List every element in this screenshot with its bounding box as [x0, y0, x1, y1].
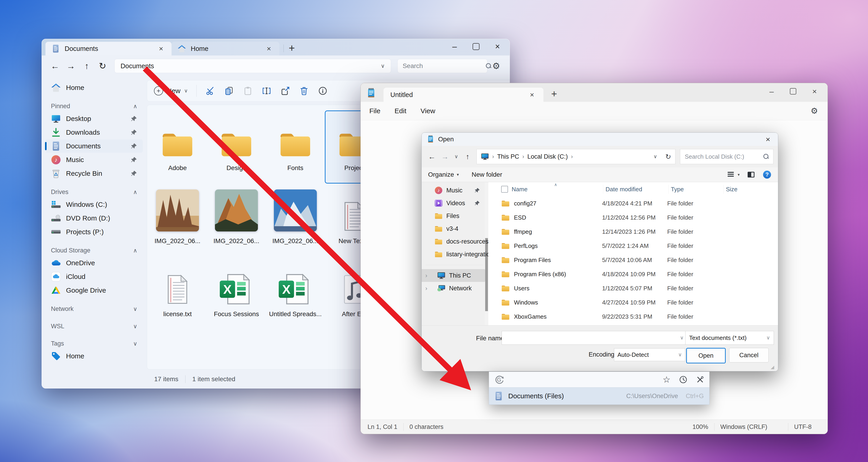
line-ending[interactable]: Windows (CRLF) — [714, 423, 788, 430]
sidebar-item[interactable]: › This PC — [422, 269, 485, 282]
breadcrumb[interactable]: › This PC › Local Disk (C:) › ∨ ↻ — [476, 149, 676, 164]
history-chevron-icon[interactable]: ∨ — [452, 154, 460, 160]
rename-button[interactable] — [261, 86, 272, 96]
new-button[interactable]: + New ∨ — [154, 86, 188, 95]
section-chevron-icon[interactable]: ∨ — [133, 323, 137, 330]
info-button[interactable] — [318, 86, 328, 96]
view-list-icon[interactable] — [726, 170, 735, 179]
explorer-search-box[interactable] — [398, 59, 488, 73]
up-button[interactable]: ↑ — [80, 61, 94, 71]
file-row[interactable]: Program Files (x86) 4/18/2024 10:09 PM F… — [488, 267, 778, 281]
zoom-level[interactable]: 100% — [686, 423, 714, 430]
sidebar-item[interactable]: docs-resources — [422, 235, 483, 248]
menu-file[interactable]: File — [369, 107, 380, 115]
copy-button[interactable] — [224, 86, 234, 96]
file-name-input[interactable] — [505, 334, 680, 342]
sidebar-item[interactable]: Network ∨ — [45, 303, 143, 314]
refresh-button[interactable]: ↻ — [665, 153, 671, 161]
open-button[interactable]: Open — [686, 348, 726, 363]
sidebar-item[interactable]: Home — [45, 81, 143, 94]
file-row[interactable]: ESD 1/12/2024 12:56 PM File folder — [488, 210, 778, 225]
caret-down-icon[interactable]: ▾ — [738, 172, 740, 177]
sidebar-item[interactable]: WSL ∨ — [45, 321, 143, 332]
file-tile[interactable]: Design — [207, 110, 266, 184]
tab-close-icon[interactable]: × — [527, 91, 536, 99]
file-row[interactable]: Users 1/12/2024 5:07 PM File folder — [488, 281, 778, 295]
scrollbar-thumb[interactable] — [485, 238, 488, 311]
sidebar-item[interactable]: v3-4 — [422, 222, 483, 235]
sidebar-item[interactable]: Music — [422, 184, 483, 197]
sidebar-item[interactable]: iCloud — [45, 270, 143, 283]
chevron-down-icon[interactable]: ∨ — [653, 154, 657, 160]
cancel-button[interactable]: Cancel — [729, 348, 769, 362]
file-row[interactable]: config27 4/18/2024 4:21 PM File folder — [488, 196, 778, 210]
sidebar-item[interactable]: Home — [45, 350, 143, 363]
listary-search-bar[interactable]: ☆ — [489, 372, 710, 387]
new-tab-button[interactable]: + — [289, 42, 295, 54]
sidebar-item[interactable]: Projects (P:) — [45, 225, 143, 238]
sidebar-item[interactable]: › Network — [422, 282, 483, 295]
file-tile[interactable]: IMG_2022_06... — [148, 184, 207, 257]
organize-button[interactable]: Organize ▾ — [428, 171, 459, 178]
tree-expander-icon[interactable]: › — [425, 272, 434, 279]
address-bar[interactable]: Documents ∨ — [115, 59, 391, 73]
section-chevron-icon[interactable]: ∧ — [133, 189, 137, 195]
minimize-button[interactable]: – — [761, 83, 782, 100]
chevron-down-icon[interactable]: ∨ — [381, 63, 385, 69]
file-tile[interactable]: license.txt — [148, 257, 207, 330]
section-chevron-icon[interactable]: ∨ — [133, 306, 137, 312]
file-row[interactable]: PerfLogs 5/7/2022 1:24 AM File folder — [488, 239, 778, 253]
up-button[interactable]: ↑ — [462, 153, 473, 161]
sidebar-item[interactable]: Tags ∨ — [45, 338, 143, 349]
file-name-combobox[interactable]: ∨ — [502, 331, 687, 345]
tree-expander-icon[interactable]: › — [425, 285, 434, 292]
preview-pane-icon[interactable] — [746, 170, 755, 179]
sidebar-item[interactable]: Documents — [45, 139, 143, 153]
select-all-checkbox[interactable] — [501, 186, 508, 193]
file-row[interactable]: ffmpeg 12/14/2023 1:26 PM File folder — [488, 225, 778, 239]
menu-view[interactable]: View — [421, 107, 435, 115]
favorites-star-icon[interactable]: ☆ — [663, 374, 671, 385]
sidebar-item[interactable]: Drives ∧ — [45, 187, 143, 197]
search-input[interactable] — [684, 153, 763, 161]
tab-close-icon[interactable]: × — [264, 44, 273, 53]
sidebar-item[interactable]: Windows (C:) — [45, 198, 143, 211]
breadcrumb-local-disk[interactable]: Local Disk (C:) — [527, 153, 568, 160]
sidebar-item[interactable]: Downloads — [45, 126, 143, 139]
search-input[interactable] — [402, 62, 486, 70]
back-button[interactable]: ← — [426, 153, 437, 161]
sidebar-item[interactable]: OneDrive — [45, 256, 143, 270]
listary-result-row[interactable]: Documents (Files) C:\Users\OneDrive Ctrl… — [489, 387, 710, 405]
sidebar-item[interactable]: Pinned ∧ — [45, 101, 143, 111]
file-row[interactable]: Program Files 5/7/2024 10:06 AM File fol… — [488, 253, 778, 267]
back-button[interactable]: ← — [48, 61, 62, 71]
sidebar-item[interactable]: Desktop — [45, 112, 143, 125]
sidebar-item[interactable]: DVD Rom (D:) — [45, 211, 143, 225]
minimize-button[interactable]: – — [444, 39, 465, 54]
resize-grip[interactable]: ◢ — [771, 364, 776, 369]
file-tile[interactable]: IMG_2022_06... — [207, 184, 266, 257]
settings-gear-icon[interactable]: ⚙ — [811, 106, 818, 116]
cut-button[interactable] — [205, 86, 215, 96]
file-tile[interactable]: Focus Sessions — [207, 257, 266, 330]
paste-button[interactable] — [243, 86, 253, 96]
section-chevron-icon[interactable]: ∧ — [133, 103, 137, 109]
share-button[interactable] — [280, 86, 290, 96]
close-button[interactable]: × — [487, 39, 508, 54]
tab-documents[interactable]: Documents × — [45, 42, 172, 56]
sidebar-item[interactable]: Music — [45, 153, 143, 166]
encoding-dropdown[interactable]: Auto-Detect ∨ — [614, 348, 685, 361]
file-tile[interactable]: IMG_2022_06... — [266, 184, 325, 257]
notepad-tab-untitled[interactable]: Untitled × — [383, 88, 544, 102]
history-clock-icon[interactable] — [679, 375, 687, 384]
column-date-modified[interactable]: Date modified — [603, 185, 669, 194]
close-button[interactable]: × — [804, 83, 825, 100]
help-icon[interactable] — [763, 170, 772, 179]
tools-icon[interactable] — [696, 375, 704, 384]
refresh-button[interactable]: ↻ — [95, 61, 110, 71]
column-size[interactable]: Size — [723, 185, 778, 194]
sidebar-item[interactable]: listary-integratio — [422, 248, 483, 261]
sidebar-item[interactable]: Cloud Storage ∧ — [45, 245, 143, 256]
file-type-dropdown[interactable]: Text documents (*.txt) ∨ — [685, 331, 774, 345]
file-row[interactable]: XboxGames 9/22/2023 5:31 PM File folder — [488, 309, 778, 324]
